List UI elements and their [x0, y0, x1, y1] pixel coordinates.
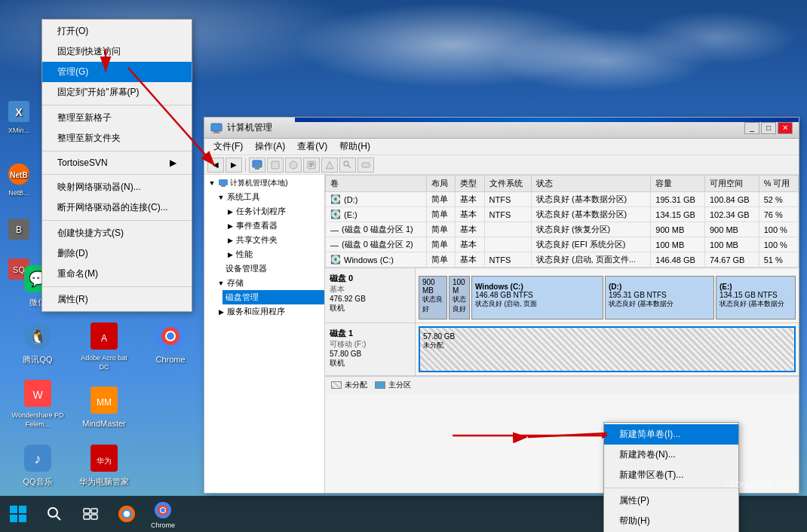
tree-storage[interactable]: ▼ 存储 [213, 276, 324, 290]
ctx-tortoise[interactable]: TortoiseSVN ▶ [42, 154, 192, 172]
tb-btn7[interactable] [357, 157, 374, 173]
left-app-dock: X XMin... NetB NetB... B [0, 98, 38, 284]
ctx-new-spanned[interactable]: 新建跨卷(N)... [604, 445, 738, 465]
task-view-icon [80, 503, 101, 524]
tree-performance[interactable]: ▶ 性能 [222, 247, 324, 261]
window-title: 计算机管理 [227, 121, 744, 134]
table-row[interactable]: —(磁盘 0 磁盘分区 1) 简单 基本 状态良好 (恢复分区) 900 MB … [326, 222, 799, 237]
ctx-manage[interactable]: 管理(G) [42, 62, 192, 82]
svg-rect-31 [211, 124, 222, 131]
tb-back[interactable]: ◀ [207, 157, 224, 173]
svg-line-60 [57, 516, 60, 520]
menu-view[interactable]: 查看(V) [291, 139, 333, 154]
ctx-create-shortcut[interactable]: 创建快捷方式(S) [42, 223, 192, 243]
desktop: X XMin... NetB NetB... B [0, 0, 807, 532]
ctx-open[interactable]: 打开(O) [42, 21, 192, 41]
ctx-map-drive[interactable]: 映射网络驱动器(N)... [42, 177, 192, 197]
svg-point-67 [124, 511, 130, 517]
search-taskbar[interactable] [36, 496, 72, 532]
tree-system-tools[interactable]: ▼ 系统工具 [213, 190, 324, 204]
tree-services-apps[interactable]: ▶ 服务和应用程序 [213, 304, 324, 319]
disk-1-row: 磁盘 1 可移动 (F:) 57.80 GB 联机 57.80 GB 未分配 [325, 323, 799, 376]
taskbar-chrome[interactable]: Chrome [145, 496, 181, 532]
ctx-sep-2 [42, 151, 192, 151]
partition-recovery[interactable]: 900 MB 状态良好 [419, 276, 447, 320]
huawei-desktop-icon[interactable]: 华为 华为电脑管家 [74, 439, 134, 491]
chrome-desktop-icon[interactable]: Chrome [140, 317, 201, 368]
ctx-delete[interactable]: 删除(D) [42, 243, 192, 264]
svg-point-71 [161, 508, 165, 512]
blank-icon-1[interactable]: B [0, 216, 38, 244]
ctx-disk-properties[interactable]: 属性(P) [604, 491, 738, 511]
management-tree: ▼ 计算机管理(本地) ▼ 系统工具 ▶ 任务计划程序 ▶ 事件查看器 ▶ [204, 175, 325, 493]
ctx-pin-quick[interactable]: 固定到快速访问 [42, 41, 192, 62]
svg-rect-46 [219, 179, 228, 185]
netbeans-icon[interactable]: NetB NetB... [0, 161, 38, 197]
xming-icon[interactable]: X XMin... [0, 98, 38, 134]
taskbar-firefox[interactable] [109, 496, 145, 532]
start-button[interactable] [0, 496, 36, 532]
partition-d[interactable]: (D:) 195.31 GB NTFS 状态良好 (基本数据分 [605, 276, 714, 320]
tb-forward[interactable]: ▶ [226, 157, 242, 173]
th-layout: 布局 [427, 176, 456, 192]
disk-visual-area: 磁盘 0 基本 476.92 GB 联机 900 MB 状态良好 [325, 268, 799, 393]
tb-btn2[interactable] [267, 157, 284, 173]
ctx-new-striped[interactable]: 新建带区卷(T)... [604, 465, 738, 485]
table-header-row: 卷 布局 类型 文件系统 状态 容量 可用空间 % 可用 [326, 176, 799, 192]
svg-rect-39 [309, 163, 314, 164]
partition-efi[interactable]: 100 M 状态良好 [449, 276, 470, 320]
svg-text:A: A [101, 333, 107, 344]
wondershare-desktop-icon[interactable]: W Wondershare PDFelem... [8, 375, 68, 433]
menu-action[interactable]: 操作(A) [249, 139, 291, 154]
tree-disk-management[interactable]: 磁盘管理 [222, 290, 324, 304]
th-vol: 卷 [326, 176, 427, 192]
disk-table-area: 卷 布局 类型 文件系统 状态 容量 可用空间 % 可用 [325, 175, 799, 268]
svg-rect-35 [255, 167, 259, 170]
ctx-sep-4 [42, 220, 192, 221]
legend-unallocated: 未分配 [331, 380, 367, 390]
ctx-organize-folder[interactable]: 整理至新文件夹 [42, 128, 192, 148]
maximize-button[interactable]: □ [761, 122, 776, 134]
partition-e[interactable]: (E:) 134.15 GB NTFS 状态良好 (基本数据分 [716, 276, 796, 320]
table-row[interactable]: 💽(E:) 简单 基本 NTFS 状态良好 (基本数据分区) 134.15 GB… [326, 207, 799, 222]
file-manager-context-menu: 打开(O) 固定到快速访问 管理(G) 固定到"开始"屏幕(P) 整理至新格子 … [41, 19, 192, 312]
svg-text:NetB: NetB [10, 171, 27, 179]
qq-desktop-icon[interactable]: 🐧 腾讯QQ [8, 317, 68, 368]
ctx-new-simple[interactable]: 新建简单卷(I)... [604, 424, 738, 445]
tb-btn4[interactable] [303, 157, 320, 173]
ctx-rename[interactable]: 重命名(M) [42, 264, 192, 284]
ctx-pin-start[interactable]: 固定到"开始"屏幕(P) [42, 82, 192, 102]
ctx-disconnect-drive[interactable]: 断开网络驱动器的连接(C)... [42, 197, 192, 218]
menu-help[interactable]: 帮助(H) [333, 139, 376, 154]
tb-btn5[interactable] [321, 157, 338, 173]
tree-event-viewer[interactable]: ▶ 事件查看器 [222, 219, 324, 233]
legend-primary: 主分区 [375, 380, 411, 390]
minimize-button[interactable]: _ [744, 122, 759, 134]
ctx-organize-grid[interactable]: 整理至新格子 [42, 108, 192, 128]
menu-file[interactable]: 文件(F) [207, 139, 249, 154]
svg-rect-47 [221, 185, 226, 187]
tb-btn6[interactable] [339, 157, 356, 173]
tree-shared-folders[interactable]: ▶ 共享文件夹 [222, 233, 324, 247]
partition-c[interactable]: Windows (C:) 146.48 GB NTFS 状态良好 (启动, 页面 [471, 276, 603, 320]
table-row[interactable]: 💽Windows (C:) 简单 基本 NTFS 状态良好 (启动, 页面文件.… [326, 252, 799, 268]
tree-root[interactable]: ▼ 计算机管理(本地) [204, 176, 324, 190]
adobe-desktop-icon[interactable]: A Adobe Acro bat DC [74, 317, 134, 375]
th-pct: % 可用 [759, 176, 798, 192]
toolbar: ◀ ▶ [204, 155, 799, 175]
ctx-disk-help[interactable]: 帮助(H) [604, 511, 738, 531]
tb-btn3[interactable] [285, 157, 302, 173]
tree-device-manager[interactable]: 设备管理器 [222, 261, 324, 276]
tb-up[interactable] [249, 157, 265, 173]
partition-unallocated[interactable]: 57.80 GB 未分配 [419, 326, 796, 372]
ctx-properties[interactable]: 属性(R) [42, 289, 192, 310]
close-button[interactable]: ✕ [778, 122, 793, 134]
table-row[interactable]: 💽(D:) 简单 基本 NTFS 状态良好 (基本数据分区) 195.31 GB… [326, 192, 799, 207]
taskview-taskbar[interactable] [72, 496, 109, 532]
table-row[interactable]: —(磁盘 0 磁盘分区 2) 简单 基本 状态良好 (EFI 系统分区) 100… [326, 237, 799, 252]
ctx-sep-1 [42, 105, 192, 105]
ctx-disk-sep [604, 488, 738, 488]
mindmaster-desktop-icon[interactable]: MM MindMaster [74, 381, 134, 433]
tree-task-scheduler[interactable]: ▶ 任务计划程序 [222, 204, 324, 219]
qqmusic-desktop-icon[interactable]: ♪ QQ音乐 [8, 439, 68, 491]
